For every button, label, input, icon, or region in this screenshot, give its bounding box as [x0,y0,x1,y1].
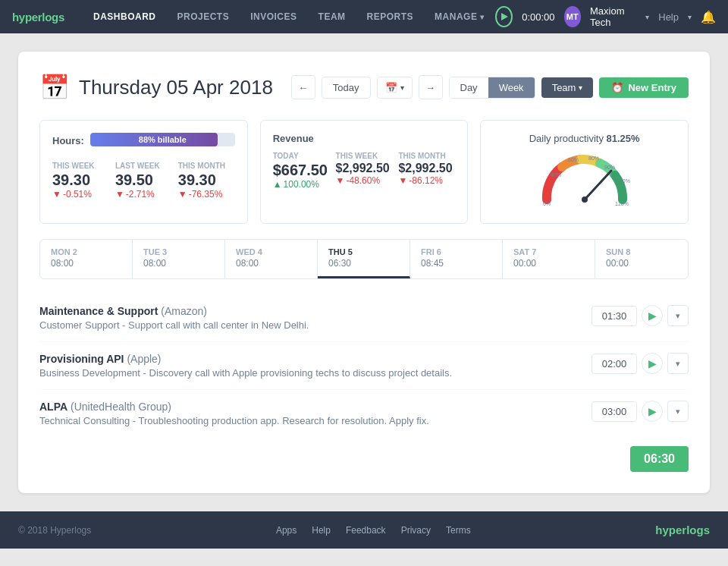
nav-projects[interactable]: PROJECTS [167,0,240,33]
today-button[interactable]: Today [322,77,371,99]
nav-invoices[interactable]: INVOICES [240,0,307,33]
avatar: MT [564,6,581,27]
productivity-card: Daily productivity 81.25% [480,120,689,224]
entry-info: Provisioning API (Apple) Business Develo… [39,353,592,379]
svg-text:80%: 80% [588,156,599,161]
page-title-area: 📅 Thursday 05 Apr 2018 [39,73,273,102]
entry-controls: 03:00 ▶ ▾ [592,401,689,422]
total-row: 06:30 [39,446,689,472]
nav-manage[interactable]: MANAGE ▾ [424,0,495,33]
down-arrow-icon: ▼ [178,189,187,200]
entry-info: ALPA (UnitedHealth Group) Technical Cons… [39,401,592,426]
revenue-this-month: THIS MONTH $2,992.50 ▼ -86.12% [398,152,455,190]
entry-more-button[interactable]: ▾ [667,305,689,326]
nav-reports[interactable]: REPORTS [356,0,425,33]
revenue-this-week: THIS WEEK $2,992.50 ▼ -48.60% [336,152,393,190]
help-chevron-icon: ▾ [688,13,692,21]
revenue-today-change: ▲ 100.00% [273,179,330,190]
new-entry-button[interactable]: ⏰ New Entry [599,77,689,98]
entry-play-button[interactable]: ▶ [642,353,663,374]
footer-links: AppsHelpFeedbackPrivacyTerms [276,525,471,536]
entry-controls: 01:30 ▶ ▾ [592,305,689,326]
revenue-this-week-change: ▼ -48.60% [336,175,393,186]
down-arrow-icon: ▼ [52,189,61,200]
notification-bell-icon[interactable]: 🔔 [701,10,716,24]
entry-info: Maintenance & Support (Amazon) Customer … [39,305,592,331]
hours-this-week: THIS WEEK 39.30 ▼ -0.51% [52,162,109,200]
week-day-time: 06:30 [328,258,399,269]
revenue-this-month-change: ▼ -86.12% [398,175,455,186]
svg-line-1 [585,171,611,200]
entry-more-button[interactable]: ▾ [667,401,689,422]
nav-dashboard[interactable]: DASHBOARD [83,0,167,33]
week-day-mon2[interactable]: MON 2 08:00 [40,240,133,278]
team-button[interactable]: Team ▾ [541,77,594,98]
week-day-sun8[interactable]: SUN 8 00:00 [595,240,688,278]
week-day-wed4[interactable]: WED 4 08:00 [225,240,318,278]
entry-controls: 02:00 ▶ ▾ [592,353,689,374]
hours-card: Hours: 88% billable THIS WEEK 39.30 ▼ -0… [39,120,248,224]
help-link[interactable]: Help [658,11,679,23]
footer-brand: hyperlogs [655,524,710,536]
entry-play-button[interactable]: ▶ [642,305,663,326]
entry-more-button[interactable]: ▾ [667,353,689,374]
nav-team[interactable]: TEAM [308,0,356,33]
week-day-tue3[interactable]: TUE 3 08:00 [133,240,225,278]
revenue-card: Revenue TODAY $667.50 ▲ 100.00% THIS WEE… [260,120,469,224]
play-icon [500,12,509,21]
entry-play-button[interactable]: ▶ [642,401,663,422]
week-day-fri6[interactable]: FRI 6 08:45 [410,240,503,278]
hours-last-week: LAST WEEK 39.50 ▼ -2.71% [115,162,172,200]
time-entry: Maintenance & Support (Amazon) Customer … [39,294,689,342]
brand-rest: logs [42,11,64,24]
brand-logo[interactable]: hyperlogs [12,11,64,24]
hours-this-month: THIS MONTH 39.30 ▼ -76.35% [178,162,235,200]
stats-row: Hours: 88% billable THIS WEEK 39.30 ▼ -0… [39,120,689,224]
view-toggle: Day Week [449,77,535,99]
productivity-title: Daily productivity 81.25% [493,133,676,144]
hours-this-month-change: ▼ -76.35% [178,189,235,200]
week-day-time: 00:00 [513,258,584,269]
footer-brand-accent: hyper [655,524,686,536]
hours-label: Hours: [52,135,84,146]
footer-link-feedback[interactable]: Feedback [346,525,386,536]
entry-title: ALPA (UnitedHealth Group) [39,401,592,413]
footer-link-help[interactable]: Help [312,525,331,536]
down-arrow-icon: ▼ [115,189,124,200]
chevron-down-icon: ▾ [480,13,485,21]
hours-this-week-change: ▼ -0.51% [52,189,109,200]
day-view-button[interactable]: Day [450,77,488,98]
week-day-sat7[interactable]: SAT 7 00:00 [503,240,595,278]
next-day-button[interactable]: → [419,75,443,99]
entry-title: Maintenance & Support (Amazon) [39,305,592,317]
total-badge: 06:30 [630,446,689,472]
clock-icon: ⏰ [611,82,623,93]
prev-day-button[interactable]: ← [291,75,315,99]
footer-link-privacy[interactable]: Privacy [401,525,431,536]
footer-link-apps[interactable]: Apps [276,525,297,536]
user-name[interactable]: Maxiom Tech [590,5,636,28]
gauge-container: 0% 40% 60% 80% 90% 100% 120% [493,150,676,211]
time-entries: Maintenance & Support (Amazon) Customer … [39,294,689,437]
entry-desc: Customer Support - Support call with cal… [39,319,592,331]
calendar-picker-button[interactable]: 📅 ▾ [377,77,413,99]
down-arrow-icon: ▼ [398,175,407,186]
footer: © 2018 Hyperlogs AppsHelpFeedbackPrivacy… [0,511,728,549]
week-day-label: WED 4 [236,247,306,256]
week-view-button[interactable]: Week [488,77,535,98]
svg-text:100%: 100% [617,178,630,184]
week-day-label: TUE 3 [143,247,214,256]
week-day-label: THU 5 [328,247,399,256]
svg-marker-0 [501,13,508,20]
nav-links: DASHBOARD PROJECTS INVOICES TEAM REPORTS… [83,0,495,33]
page-card: 📅 Thursday 05 Apr 2018 ← Today 📅 ▾ → Day… [18,52,710,493]
entry-duration: 03:00 [592,401,637,422]
nav-right: 0:00:00 MT Maxiom Tech ▾ Help ▾ 🔔 [495,5,716,28]
user-chevron-icon: ▾ [645,13,649,21]
cal-chevron-icon: ▾ [400,83,404,92]
week-day-thu5[interactable]: THU 5 06:30 [318,240,410,278]
timer-play-button[interactable] [495,6,513,27]
footer-link-terms[interactable]: Terms [446,525,471,536]
calendar-icon: 📅 [39,73,70,102]
calendar-small-icon: 📅 [385,82,397,93]
